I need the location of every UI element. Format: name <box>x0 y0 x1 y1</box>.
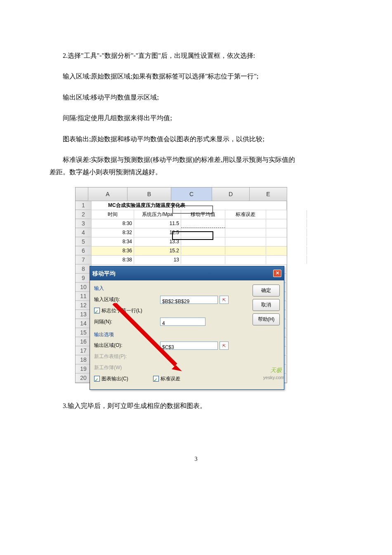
paragraph-chart-output: 图表输出;原始数据和移动平均数值会以图表的形式来显示，以供比较; <box>50 133 342 145</box>
header-moving-avg[interactable]: 移动平均值 <box>181 210 225 218</box>
col-header-C[interactable]: C <box>171 187 212 201</box>
cell-B7[interactable]: 13 <box>134 256 181 264</box>
cell-B6[interactable]: 15.2 <box>134 247 181 255</box>
group-input-label: 输入 <box>94 284 280 293</box>
chart-output-checkbox[interactable] <box>94 376 100 382</box>
range-picker-icon[interactable]: ⇱ <box>220 296 229 304</box>
merged-title-cell[interactable]: MC合成实验温度压力随温度变化表 <box>92 201 287 209</box>
column-header-row: A B C D E <box>76 187 287 202</box>
stderr-label: 标准误差 <box>161 374 180 384</box>
paragraph-input-range: 输入区域:原始数据区域;如果有数据标签可以选择"标志位于第一行"; <box>50 70 342 83</box>
new-sheet-label: 新工作表组(P): <box>94 352 127 361</box>
dialog-title: 移动平均 <box>92 268 116 279</box>
row-header[interactable]: 4 <box>76 228 92 237</box>
row-header-1[interactable]: 1 <box>76 201 92 210</box>
output-range-field[interactable]: $C$3 <box>160 342 218 350</box>
cell-A6[interactable]: 8:36 <box>92 247 134 255</box>
header-stderr[interactable]: 标准误差 <box>225 210 266 218</box>
cell-B5[interactable]: 13.3 <box>134 237 181 246</box>
row-header[interactable]: 5 <box>76 237 92 246</box>
help-button[interactable]: 帮助(H) <box>253 313 280 325</box>
close-icon[interactable]: ✕ <box>273 270 281 277</box>
first-row-checkbox[interactable] <box>94 308 100 313</box>
chart-output-label: 图表输出(C) <box>102 374 128 384</box>
page-number: 3 <box>50 454 342 465</box>
stderr-checkbox[interactable] <box>153 376 159 382</box>
cell-B3[interactable]: 11.5 <box>134 219 181 228</box>
new-book-label: 新工作簿(W) <box>94 363 122 372</box>
input-range-label: 输入区域(I): <box>94 295 160 304</box>
paragraph-interval: 间隔:指定使用几组数据来得出平均值; <box>50 112 342 124</box>
watermark-text: yesky.com <box>263 373 284 382</box>
screenshot-excel-moving-average: A B C D E 1 MC合成实验温度压力随温度变化表 2 时间 系统压力/M… <box>75 187 287 384</box>
cancel-button[interactable]: 取消 <box>253 299 280 311</box>
interval-label: 间隔(N): <box>94 317 160 327</box>
row-header-2[interactable]: 2 <box>76 210 92 219</box>
row-header[interactable]: 6 <box>76 247 92 255</box>
input-range-field[interactable]: $B$2:$B$29 <box>160 296 218 304</box>
col-header-E[interactable]: E <box>250 187 287 201</box>
row-header[interactable]: 7 <box>76 256 92 264</box>
cell-B4[interactable]: 12.5 <box>134 228 181 237</box>
cell-A5[interactable]: 8:34 <box>92 237 134 246</box>
col-header-A[interactable]: A <box>88 187 128 201</box>
paragraph-stderr-2: 差距。数字越小则表明预测情况越好。 <box>50 166 342 178</box>
header-pressure[interactable]: 系统压力/Mpa <box>134 210 181 218</box>
paragraph-step2: 2.选择"工具"-"数据分析"-"直方图"后，出现属性设置框，依次选择: <box>50 50 342 62</box>
paragraph-stderr-1: 标准误差:实际数据与预测数据(移动平均数据)的标准差,用以显示预测与实际值的 <box>50 154 342 166</box>
cell-A3[interactable]: 8:30 <box>92 219 134 228</box>
moving-average-dialog[interactable]: 移动平均 ✕ 确定 取消 帮助(H) 输入 输入区域(I): $B$2:$B$2… <box>90 266 284 390</box>
paragraph-step3: 3.输入完毕后，则可立即生成相应的数据和图表。 <box>50 400 342 412</box>
range-picker-icon[interactable]: ⇱ <box>220 342 229 350</box>
interval-field[interactable]: 4 <box>160 318 205 326</box>
header-time[interactable]: 时间 <box>92 210 134 218</box>
row-header[interactable]: 3 <box>76 219 92 228</box>
col-header-B[interactable]: B <box>128 187 171 201</box>
cell-A7[interactable]: 8:38 <box>92 256 134 264</box>
paragraph-output-range: 输出区域:移动平均数值显示区域; <box>50 91 342 104</box>
col-header-D[interactable]: D <box>212 187 250 201</box>
ok-button[interactable]: 确定 <box>253 285 280 296</box>
first-row-label: 标志位于第一行(L) <box>102 306 142 315</box>
cell-A4[interactable]: 8:32 <box>92 228 134 237</box>
group-output-label: 输出选项 <box>94 330 280 339</box>
output-range-label: 输出区域(O): <box>94 341 160 350</box>
